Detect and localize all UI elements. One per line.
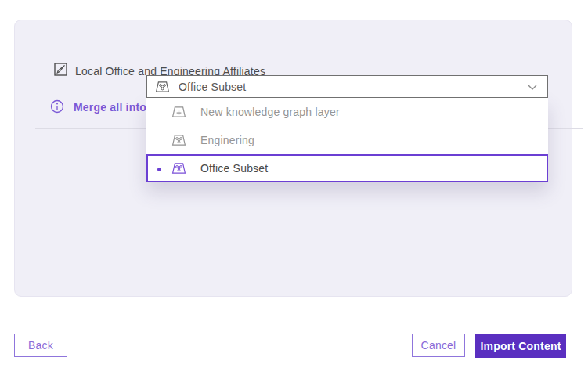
knowledge-graph-layer-icon <box>171 134 186 146</box>
selected-bullet-dot <box>157 168 161 171</box>
dropdown-option-new-knowledge-graph-layer[interactable]: New knowledge graph layer <box>146 98 548 126</box>
dropdown-option-label: Office Subset <box>200 162 268 175</box>
new-layer-plus-icon <box>171 106 186 118</box>
dropdown-option-office-subset[interactable]: Office Subset <box>146 154 548 182</box>
merge-target-dropdown-list: New knowledge graph layer Enginering <box>146 98 548 182</box>
dropdown-option-label: Enginering <box>200 134 254 146</box>
merge-all-into-label: Merge all into <box>74 101 146 114</box>
merge-target-select[interactable]: Office Subset <box>146 75 548 98</box>
dropdown-option-enginering[interactable]: Enginering <box>146 126 548 154</box>
footer-divider <box>0 319 588 319</box>
sketch-layer-icon <box>54 63 67 76</box>
back-button[interactable]: Back <box>14 334 67 357</box>
merge-target-selected-value: Office Subset <box>179 81 246 93</box>
knowledge-graph-layer-icon <box>155 81 170 93</box>
knowledge-graph-layer-icon <box>171 162 186 175</box>
info-icon[interactable] <box>50 99 64 114</box>
cancel-button[interactable]: Cancel <box>412 334 465 357</box>
dropdown-option-label: New knowledge graph layer <box>200 106 340 118</box>
import-content-button[interactable]: Import Content <box>475 334 566 358</box>
chevron-down-icon <box>528 85 537 90</box>
